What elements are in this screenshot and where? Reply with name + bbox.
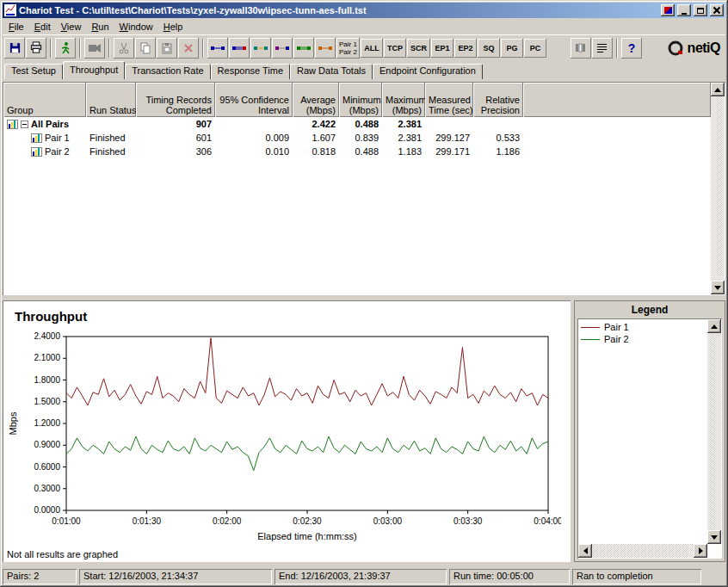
measured-time-cell: 299.171 bbox=[425, 146, 473, 157]
view-pg-button[interactable]: PG bbox=[501, 39, 523, 58]
column-header-maximum[interactable]: Maximum(Mbps) bbox=[382, 83, 425, 117]
legend-scrollbar-vertical[interactable] bbox=[707, 319, 721, 544]
menu-window[interactable]: Window bbox=[114, 20, 158, 34]
columns-view-button[interactable] bbox=[571, 38, 591, 59]
copy-button[interactable] bbox=[135, 38, 156, 59]
legend-item-pair-2[interactable]: Pair 2 bbox=[581, 333, 706, 345]
toolbar-separator bbox=[616, 39, 618, 58]
maximize-button[interactable] bbox=[694, 4, 707, 16]
view-ep1-button[interactable]: EP1 bbox=[431, 39, 453, 58]
column-header-measured-time[interactable]: MeasuredTime (sec) bbox=[425, 83, 473, 117]
list-view-button[interactable] bbox=[592, 38, 613, 59]
menu-edit[interactable]: Edit bbox=[29, 20, 56, 34]
close-button[interactable] bbox=[710, 4, 724, 16]
view-ep2-button[interactable]: EP2 bbox=[454, 39, 477, 58]
menu-run[interactable]: Run bbox=[86, 20, 114, 34]
print-button[interactable] bbox=[26, 38, 46, 59]
group-name: All Pairs bbox=[31, 119, 69, 129]
tab-transaction-rate[interactable]: Transaction Rate bbox=[125, 64, 210, 79]
scroll-track[interactable] bbox=[592, 544, 694, 558]
pair-tool-3-button[interactable] bbox=[250, 38, 271, 59]
table-row-all-pairs[interactable]: All Pairs 907 2.422 0.488 2.381 bbox=[3, 117, 725, 131]
pair-tool-1-button[interactable] bbox=[207, 38, 228, 59]
timing-records-cell: 601 bbox=[136, 133, 215, 143]
cut-button[interactable] bbox=[114, 38, 134, 59]
column-header-run-status[interactable]: Run Status bbox=[86, 83, 136, 117]
scroll-right-button[interactable] bbox=[694, 544, 707, 558]
svg-text:2.4000: 2.4000 bbox=[34, 331, 60, 341]
svg-text:Mbps: Mbps bbox=[8, 411, 18, 435]
legend-panel: Legend Pair 1 Pair 2 bbox=[574, 300, 725, 562]
chart-icon bbox=[31, 133, 42, 143]
column-header-average[interactable]: Average(Mbps) bbox=[293, 83, 339, 117]
svg-text:2.1000: 2.1000 bbox=[34, 353, 60, 362]
save-icon bbox=[9, 41, 22, 54]
scroll-down-button[interactable] bbox=[707, 530, 721, 544]
column-header-filler bbox=[523, 83, 711, 117]
scroll-track[interactable] bbox=[707, 333, 721, 530]
scroll-track[interactable] bbox=[711, 96, 725, 281]
scroll-left-button[interactable] bbox=[578, 544, 592, 558]
chart-panel: Throughput 0.00000.30000.60000.90001.200… bbox=[3, 300, 571, 562]
menu-help[interactable]: Help bbox=[158, 20, 188, 34]
column-header-relative-precision[interactable]: RelativePrecision bbox=[473, 83, 523, 117]
tab-test-setup[interactable]: Test Setup bbox=[4, 64, 63, 79]
menu-view[interactable]: View bbox=[56, 20, 87, 34]
maximum-cell: 2.381 bbox=[382, 133, 425, 143]
column-header-confidence[interactable]: 95% ConfidenceInterval bbox=[215, 83, 293, 117]
app-icon[interactable] bbox=[4, 4, 16, 16]
tab-raw-data-totals[interactable]: Raw Data Totals bbox=[290, 64, 373, 79]
scroll-up-button[interactable] bbox=[707, 319, 721, 333]
minimize-button[interactable] bbox=[677, 4, 691, 16]
view-sq-button[interactable]: SQ bbox=[478, 39, 500, 58]
view-scr-button[interactable]: SCR bbox=[407, 39, 430, 58]
column-header-minimum[interactable]: Minimum(Mbps) bbox=[339, 83, 382, 117]
tab-response-time[interactable]: Response Time bbox=[211, 64, 290, 79]
table-row-pair-1[interactable]: Pair 1 Finished 601 0.009 1.607 0.839 2.… bbox=[3, 131, 725, 145]
maximum-cell: 1.183 bbox=[382, 146, 425, 157]
legend-scrollbar-horizontal[interactable] bbox=[578, 544, 707, 558]
group-name: Pair 1 bbox=[45, 133, 70, 143]
table-scrollbar-vertical[interactable] bbox=[711, 83, 725, 294]
tab-throughput[interactable]: Throughput bbox=[63, 61, 125, 79]
tab-endpoint-configuration[interactable]: Endpoint Configuration bbox=[373, 64, 483, 79]
arrow-up-icon bbox=[711, 324, 718, 329]
pair-tool-5-button[interactable] bbox=[293, 38, 314, 59]
table-row-pair-2[interactable]: Pair 2 Finished 306 0.010 0.818 0.488 1.… bbox=[3, 145, 725, 158]
precision-cell: 1.186 bbox=[473, 146, 523, 157]
table-header: Group Run Status Timing RecordsCompleted… bbox=[3, 83, 711, 117]
collapse-icon[interactable] bbox=[21, 120, 28, 128]
pair-tool-6-button[interactable] bbox=[315, 38, 336, 59]
view-pc-button[interactable]: PC bbox=[524, 39, 546, 58]
copy-icon bbox=[139, 42, 151, 54]
view-tcp-button[interactable]: TCP bbox=[384, 39, 406, 58]
run-test-button[interactable] bbox=[55, 38, 76, 59]
save-button[interactable] bbox=[4, 38, 25, 59]
pair-tool-2-button[interactable] bbox=[229, 38, 250, 59]
netiq-titlebar-button[interactable] bbox=[661, 4, 675, 16]
help-button[interactable]: ? bbox=[621, 38, 642, 59]
column-header-timing-records[interactable]: Timing RecordsCompleted bbox=[136, 83, 215, 117]
menu-file[interactable]: File bbox=[3, 20, 29, 34]
toolbar-separator bbox=[79, 39, 81, 58]
view-all-button[interactable]: ALL bbox=[361, 39, 383, 58]
legend-item-pair-1[interactable]: Pair 1 bbox=[581, 321, 706, 333]
delete-button[interactable] bbox=[178, 38, 199, 59]
stop-run-button[interactable] bbox=[84, 38, 105, 59]
pair-tool-4-button[interactable] bbox=[272, 38, 293, 59]
status-pairs: Pairs: 2 bbox=[3, 569, 77, 584]
scroll-up-button[interactable] bbox=[711, 83, 725, 96]
svg-text:1.2000: 1.2000 bbox=[34, 418, 60, 428]
confidence-cell: 0.010 bbox=[215, 146, 293, 157]
status-end-time: End: 12/16/2003, 21:39:37 bbox=[275, 569, 447, 584]
legend-label: Pair 1 bbox=[604, 322, 629, 332]
column-header-group[interactable]: Group bbox=[3, 83, 86, 117]
scroll-down-button[interactable] bbox=[711, 281, 725, 294]
svg-text:Elapsed time (h:mm:ss): Elapsed time (h:mm:ss) bbox=[257, 531, 357, 541]
pair-2-line-swatch bbox=[581, 339, 600, 340]
window-title: Chariot Test - C:\util\test\Chariot\Test… bbox=[19, 5, 658, 15]
svg-text:1.5000: 1.5000 bbox=[34, 397, 60, 406]
clipboard-icon bbox=[161, 42, 173, 54]
paste-button[interactable] bbox=[157, 38, 177, 59]
pair-names-button[interactable]: Pair 1 Pair 2 bbox=[336, 38, 360, 59]
